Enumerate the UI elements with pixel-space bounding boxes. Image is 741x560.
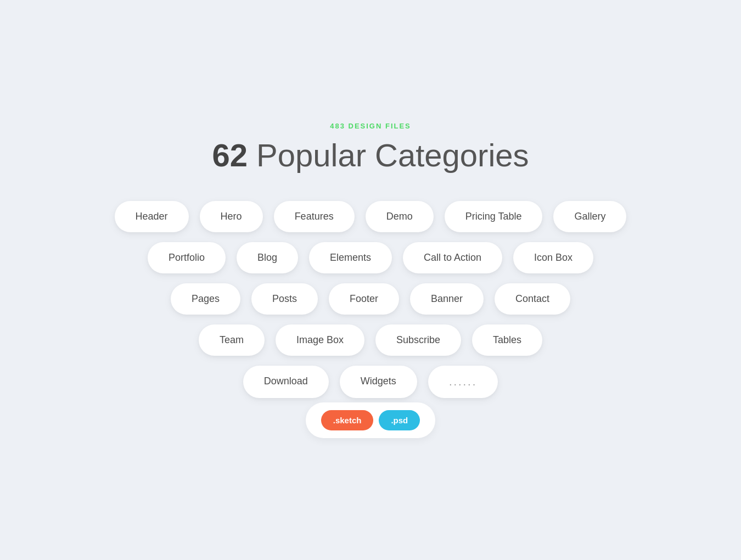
category-tag[interactable]: Header — [115, 201, 189, 232]
category-tag[interactable]: Call to Action — [403, 242, 502, 273]
category-tag[interactable]: Tables — [472, 324, 542, 356]
category-tag[interactable]: Hero — [200, 201, 263, 232]
category-tag[interactable]: Icon Box — [513, 242, 593, 273]
category-tag[interactable]: Download — [243, 366, 329, 398]
category-tag[interactable]: Gallery — [553, 201, 626, 232]
category-tag[interactable]: Pages — [171, 283, 240, 315]
page-container: 483 DESIGN FILES 62 Popular Categories H… — [41, 122, 700, 438]
categories-container: HeaderHeroFeaturesDemoPricing TableGalle… — [41, 201, 700, 398]
category-tag[interactable]: ...... — [428, 366, 498, 398]
category-tag[interactable]: Widgets — [340, 366, 417, 398]
file-types-container: .sketch .psd — [306, 402, 436, 438]
category-row-2: PortfolioBlogElementsCall to ActionIcon … — [148, 242, 593, 273]
category-tag[interactable]: Subscribe — [375, 324, 461, 356]
category-tag[interactable]: Pricing Table — [445, 201, 543, 232]
category-tag[interactable]: Footer — [329, 283, 399, 315]
category-row-1: HeaderHeroFeaturesDemoPricing TableGalle… — [115, 201, 627, 232]
category-tag[interactable]: Blog — [237, 242, 298, 273]
category-tag[interactable]: Elements — [309, 242, 392, 273]
category-tag[interactable]: Features — [274, 201, 355, 232]
category-row-3: PagesPostsFooterBannerContact — [171, 283, 570, 315]
subtitle: 483 DESIGN FILES — [330, 122, 411, 130]
category-tag[interactable]: Team — [199, 324, 265, 356]
category-tag[interactable]: Portfolio — [148, 242, 226, 273]
category-tag[interactable]: Contact — [495, 283, 570, 315]
category-tag[interactable]: Demo — [366, 201, 434, 232]
title-number: 62 — [212, 137, 248, 173]
sketch-badge[interactable]: .sketch — [321, 410, 374, 430]
page-title: 62 Popular Categories — [212, 137, 529, 173]
category-row-4: TeamImage BoxSubscribeTables — [199, 324, 542, 356]
title-text: Popular Categories — [256, 137, 529, 173]
category-tag[interactable]: Banner — [410, 283, 484, 315]
category-tag[interactable]: Image Box — [276, 324, 364, 356]
category-row-5: DownloadWidgets...... — [243, 366, 498, 398]
psd-badge[interactable]: .psd — [379, 410, 420, 430]
category-tag[interactable]: Posts — [251, 283, 318, 315]
